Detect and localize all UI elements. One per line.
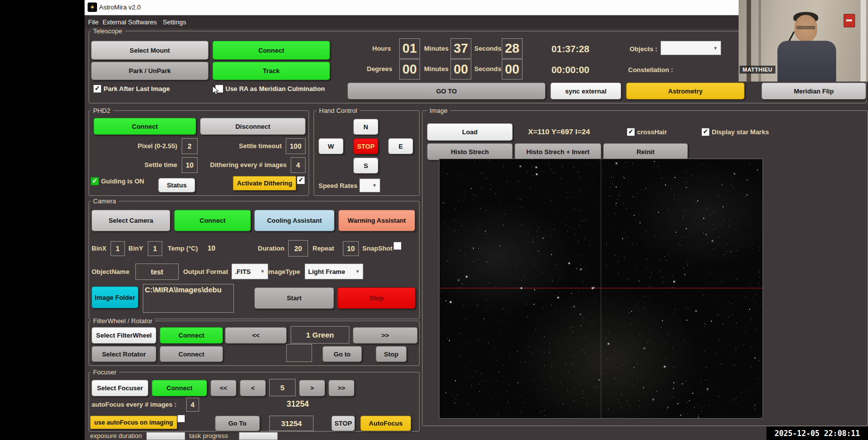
select-camera-button[interactable]: Select Camera (92, 210, 170, 231)
sync-external-button[interactable]: sync external (550, 83, 621, 99)
autofocus-every-label: autoFocus every # images : (92, 401, 177, 408)
guiding-label: Guiding is ON (101, 177, 144, 185)
settle-timeout-input[interactable]: 100 (286, 138, 306, 154)
goto-button[interactable]: GO TO (347, 83, 545, 99)
settle-timeout-label: Settle timeout (234, 142, 282, 150)
door-edge (861, 0, 866, 82)
activate-dithering-button[interactable]: Activate Dithering (233, 176, 296, 190)
binx-input[interactable]: 1 (110, 241, 125, 256)
repeat-input[interactable]: 10 (343, 241, 359, 256)
focus-out-fast-button[interactable]: >> (328, 380, 354, 396)
histo-stretch-button[interactable]: Histo Strech (427, 143, 513, 160)
guiding-checkbox[interactable]: ✓ (91, 177, 99, 185)
slew-north-button[interactable]: N (353, 119, 378, 135)
park-unpark-button[interactable]: Park / UnPark (91, 62, 209, 80)
image-folder-path[interactable]: C:\MIRA\Images\debu (143, 284, 234, 313)
phd2-connect-button[interactable]: Connect (94, 118, 196, 135)
select-mount-button[interactable]: Select Mount (91, 41, 209, 60)
mouse-cursor (212, 86, 220, 95)
objectname-input[interactable]: test (135, 264, 179, 280)
camera-stop-button[interactable]: Stop (337, 287, 416, 309)
focuser-target-input[interactable]: 31254 (269, 416, 314, 431)
ra-seconds-value: 28 (502, 38, 523, 59)
slew-stop-button[interactable]: STOP (353, 138, 378, 154)
focus-in-button[interactable]: < (240, 380, 266, 396)
menu-external-softwares[interactable]: External Softwares (103, 18, 157, 26)
output-format-label: Output Format (183, 268, 228, 275)
camera-start-button[interactable]: Start (254, 287, 334, 309)
astrometry-button[interactable]: Astrometry (626, 83, 745, 99)
imagetype-dropdown[interactable]: Light Frame▼ (305, 264, 363, 279)
focuser-goto-button[interactable]: Go To (215, 416, 260, 431)
settle-time-input[interactable]: 10 (182, 157, 198, 173)
phd2-status-button[interactable]: Status (158, 178, 195, 192)
filterwheel-connect-button[interactable]: Connect (160, 327, 223, 344)
crosshair-checkbox[interactable]: ✓ (627, 128, 635, 136)
rotator-goto-button[interactable]: Go to (323, 346, 362, 362)
output-format-dropdown[interactable]: .FITS▼ (231, 264, 268, 279)
select-filterwheel-button[interactable]: Select FilterWheel (92, 327, 156, 344)
warming-assistant-button[interactable]: Warming Assistant (338, 210, 415, 231)
filter-next-button[interactable]: >> (353, 327, 418, 344)
objects-dropdown[interactable]: ▼ (660, 41, 721, 55)
snapshot-label: SnapShot (362, 245, 393, 252)
slew-south-button[interactable]: S (353, 158, 378, 174)
crosshair-horizontal-line (439, 288, 762, 288)
binx-label: BinX (92, 245, 107, 252)
track-button[interactable]: Track (213, 62, 330, 80)
select-focuser-button[interactable]: Select Focuser (92, 380, 148, 396)
temp-value: 10 (208, 244, 216, 252)
mount-connect-button[interactable]: Connect (213, 41, 330, 60)
use-autofocus-button[interactable]: use autoFocus on imaging (90, 416, 177, 429)
speed-rates-dropdown[interactable]: ▼ (359, 178, 380, 192)
exposure-duration-label: exposure duration (90, 432, 142, 440)
focus-step-input[interactable]: 5 (269, 379, 296, 396)
dec-seconds-value: 00 (502, 59, 523, 80)
filterwheel-legend: FilterWheel / Rotator (91, 317, 155, 325)
rotator-angle-input[interactable] (286, 344, 312, 362)
slew-west-button[interactable]: W (319, 138, 343, 154)
load-image-button[interactable]: Load (427, 123, 513, 141)
person-body (777, 41, 836, 82)
focuser-connect-button[interactable]: Connect (152, 380, 207, 396)
snapshot-checkbox[interactable] (393, 242, 402, 250)
pixel-input[interactable]: 2 (182, 138, 198, 154)
objectname-label: ObjectName (92, 268, 129, 275)
autofocus-every-input[interactable]: 4 (186, 398, 199, 412)
focus-out-button[interactable]: > (299, 380, 325, 396)
biny-input[interactable]: 1 (148, 241, 162, 256)
focuser-stop-button[interactable]: STOP (331, 416, 355, 431)
rotator-stop-button[interactable]: Stop (376, 346, 407, 362)
star-marks-label: Display star Marks (712, 128, 769, 136)
star-marks-checkbox[interactable]: ✓ (701, 128, 710, 136)
dec-time-readout: 00:00:00 (551, 65, 589, 76)
activate-dithering-checkbox[interactable]: ✓ (297, 176, 305, 184)
phd2-disconnect-button[interactable]: Disconnect (200, 118, 306, 135)
person-glasses (796, 26, 815, 29)
slew-east-button[interactable]: E (388, 138, 413, 154)
park-after-last-image-checkbox[interactable]: ✓ (93, 85, 102, 93)
menu-file[interactable]: File (88, 18, 99, 26)
meridian-flip-button[interactable]: Meridian Flip (761, 83, 866, 99)
camera-connect-button[interactable]: Connect (174, 210, 251, 231)
dithering-label: Dithering every # images (205, 161, 287, 169)
select-rotator-button[interactable]: Select Rotator (92, 346, 156, 362)
hours-label: Hours (372, 45, 391, 52)
focus-in-fast-button[interactable]: << (211, 380, 236, 396)
duration-label: Duration (258, 245, 284, 252)
hand-control-legend: Hand Control (317, 107, 360, 114)
duration-input[interactable]: 20 (288, 240, 308, 257)
dec-degrees-value: 00 (399, 59, 420, 80)
cooling-assistant-button[interactable]: Cooling Assistant (254, 210, 334, 231)
dithering-input[interactable]: 4 (291, 157, 306, 173)
autofocus-button[interactable]: AutoFocus (360, 416, 411, 431)
use-autofocus-checkbox[interactable] (177, 415, 185, 423)
menu-settings[interactable]: Settings (163, 18, 186, 26)
rotator-connect-button[interactable]: Connect (160, 346, 223, 362)
starfield[interactable] (439, 159, 763, 419)
reinit-button[interactable]: Reinit (603, 143, 688, 160)
image-legend: Image (427, 107, 450, 114)
histo-stretch-invert-button[interactable]: Histo Strech + Invert (515, 143, 601, 160)
filter-prev-button[interactable]: << (225, 327, 287, 344)
image-folder-button[interactable]: Image Folder (92, 286, 138, 308)
